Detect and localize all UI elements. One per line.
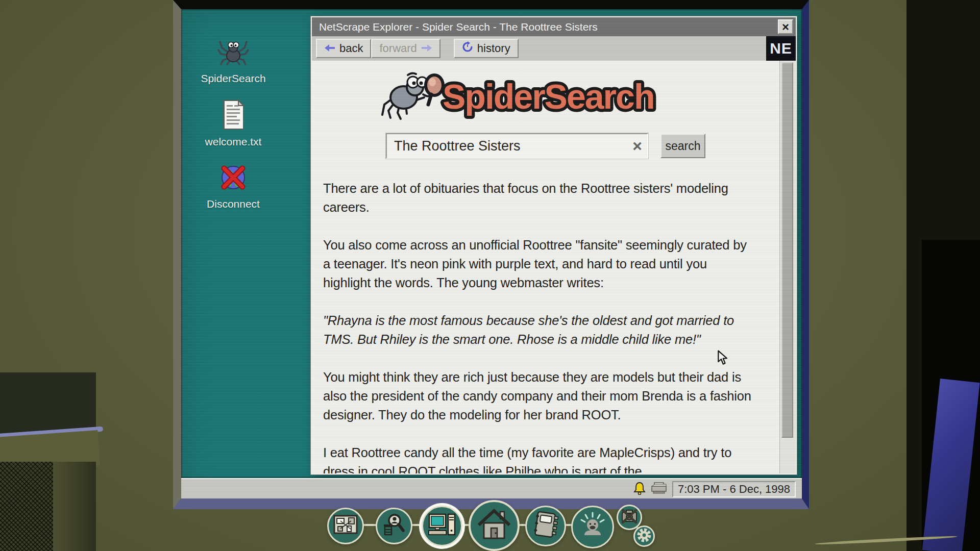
close-icon: × <box>782 20 789 34</box>
paragraph: You might think they are rich just becau… <box>323 368 753 424</box>
paragraph: There are a lot of obituaries that focus… <box>323 179 753 217</box>
close-button[interactable]: × <box>778 19 793 34</box>
bell-icon[interactable] <box>633 482 646 497</box>
page-content: SpiderSearch × search There are a lot of <box>312 61 796 473</box>
printer-icon[interactable] <box>651 482 667 496</box>
dock-item-evidence-board[interactable] <box>327 508 364 544</box>
dock-item-hint-duck[interactable] <box>571 506 614 548</box>
computer-icon <box>428 513 456 539</box>
window-titlebar[interactable]: NetScrape Explorer - Spider Search - The… <box>312 17 796 36</box>
search-box: × <box>386 133 648 159</box>
evidence-board-icon <box>333 514 358 538</box>
back-arrow-icon <box>324 42 335 55</box>
netscrape-logo: NE <box>766 36 796 61</box>
result-text: There are a lot of obituaries that focus… <box>323 179 753 473</box>
globe-disconnect-icon <box>218 162 249 195</box>
desktop-icon-disconnect[interactable]: Disconnect <box>188 162 278 210</box>
dock-item-camera-disabled[interactable] <box>617 505 642 530</box>
search-row: × search <box>312 133 779 159</box>
back-button[interactable]: back <box>316 39 371 58</box>
desktop-icon-label: SpiderSearch <box>188 72 278 85</box>
desktop-icon-column: SpiderSearch <box>188 35 278 224</box>
speaker-mesh <box>0 462 53 551</box>
paragraph: You also come across an unofficial Roott… <box>323 236 753 292</box>
back-label: back <box>339 42 363 55</box>
dock-item-settings[interactable] <box>633 525 655 547</box>
dock-item-research-desk[interactable] <box>376 508 412 544</box>
history-label: history <box>477 42 510 55</box>
desktop-icon-label: Disconnect <box>188 198 278 210</box>
settings-gear-icon <box>636 528 652 545</box>
logo-spider-icon <box>382 73 443 119</box>
search-button[interactable]: search <box>660 134 705 158</box>
research-desk-icon <box>382 513 406 539</box>
dock-item-journal[interactable] <box>525 506 566 546</box>
logo-text: SpiderSearch <box>443 77 654 116</box>
journal-icon <box>532 511 559 541</box>
scrollbar-track[interactable] <box>779 61 796 473</box>
history-button[interactable]: history <box>454 39 519 58</box>
spidersearch-logo: SpiderSearch <box>312 68 779 126</box>
dock-item-computer[interactable] <box>422 506 462 546</box>
history-icon <box>462 41 473 56</box>
desktop-icon-welcome-txt[interactable]: welcome.txt <box>188 99 278 148</box>
crt-monitor: SpiderSearch <box>173 0 809 509</box>
hint-duck-icon <box>578 512 607 542</box>
forward-arrow-icon <box>421 42 432 55</box>
quote-paragraph: "Rhayna is the most famous because she's… <box>323 311 753 349</box>
forward-button[interactable]: forward <box>371 39 440 58</box>
forward-label: forward <box>379 42 416 55</box>
desktop-icon-label: welcome.txt <box>188 136 278 148</box>
window-title: NetScrape Explorer - Spider Search - The… <box>319 21 778 33</box>
spider-icon <box>216 35 250 69</box>
home-icon <box>478 509 510 542</box>
os-taskbar: 7:03 PM - 6 Dec, 1998 <box>181 478 802 498</box>
text-file-icon <box>219 99 248 133</box>
search-input[interactable] <box>387 134 611 158</box>
clock: 7:03 PM - 6 Dec, 1998 <box>672 481 796 497</box>
scrollbar-thumb[interactable] <box>781 62 793 438</box>
monitor-screen: SpiderSearch <box>181 9 802 498</box>
couch-side <box>53 462 96 551</box>
browser-window: NetScrape Explorer - Spider Search - The… <box>311 16 797 474</box>
clear-search-icon[interactable]: × <box>632 135 642 157</box>
game-scene: SpiderSearch <box>0 0 980 551</box>
browser-toolbar: back forward <box>312 36 796 61</box>
paragraph-clipped: I eat Roottree candy all the time (my fa… <box>323 443 753 473</box>
camera-disabled-icon <box>621 508 638 527</box>
dock-item-home[interactable] <box>469 500 520 551</box>
desktop-icon-spidersearch[interactable]: SpiderSearch <box>188 35 278 85</box>
